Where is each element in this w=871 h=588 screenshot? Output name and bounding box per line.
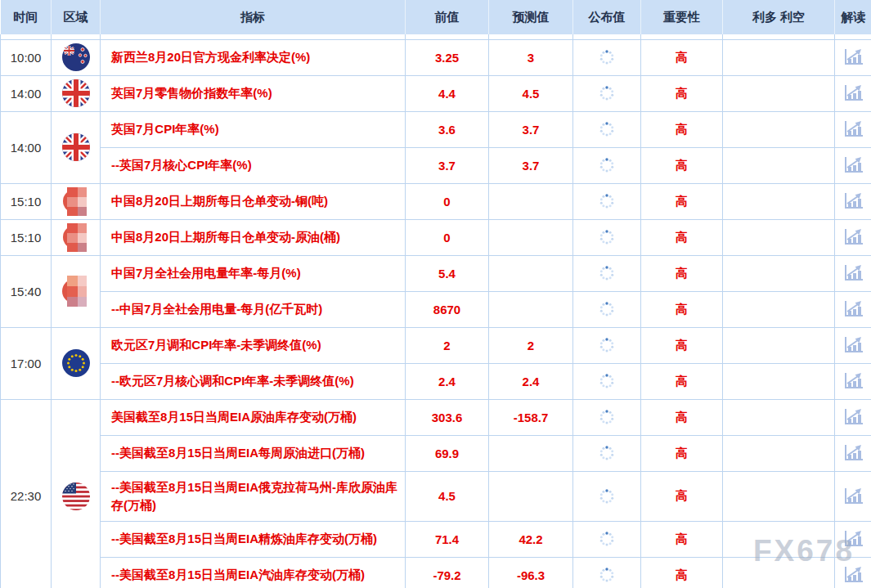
loading-spinner-icon	[599, 157, 615, 173]
previous-value-cell: 3.25	[406, 39, 489, 75]
previous-value-cell: 0	[406, 219, 489, 255]
published-value-cell	[573, 363, 641, 399]
importance-cell: 高	[641, 291, 723, 327]
col-header-indicator: 指标	[101, 0, 406, 34]
interpretation-cell[interactable]	[835, 291, 871, 327]
previous-value-cell: 303.6	[406, 399, 489, 435]
interpretation-cell[interactable]	[835, 435, 871, 471]
calendar-row: 15:40 中国7月全社会用电量年率-每月(%)5.4 高	[1, 255, 871, 291]
bar-chart-arrow-icon	[842, 84, 864, 102]
bar-chart-arrow-icon	[842, 444, 864, 462]
interpretation-cell[interactable]	[835, 111, 871, 147]
sentiment-cell	[723, 75, 835, 111]
indicator-cell[interactable]: 英国7月零售物价指数年率(%)	[101, 75, 406, 111]
loading-spinner-icon	[599, 337, 615, 353]
indicator-cell[interactable]: 美国截至8月15日当周EIA原油库存变动(万桶)	[101, 399, 406, 435]
flag-cell	[52, 399, 101, 588]
indicator-cell[interactable]: --美国截至8月15日当周EIA每周原油进口(万桶)	[101, 435, 406, 471]
censored-china-flag-icon	[62, 186, 90, 217]
loading-spinner-icon	[599, 488, 615, 505]
col-header-region: 区域	[52, 0, 101, 34]
forecast-value-cell: 3.7	[489, 111, 573, 147]
importance-cell: 高	[641, 557, 723, 588]
economic-calendar-table: 时间 区域 指标 前值 预测值 公布值 重要性 利多 利空 解读 10:00	[0, 0, 871, 588]
forecast-value-cell	[489, 291, 573, 327]
previous-value-cell: 4.4	[406, 75, 489, 111]
published-value-cell	[573, 435, 641, 471]
calendar-row: --美国截至8月15日当周EIA俄克拉荷马州-库欣原油库存(万桶)4.5 高	[1, 471, 871, 521]
interpretation-cell[interactable]	[835, 39, 871, 75]
calendar-row: 15:10 中国8月20日上期所每日仓单变动-铜(吨)0 高	[1, 183, 871, 219]
interpretation-cell[interactable]	[835, 255, 871, 291]
previous-value-cell: 69.9	[406, 435, 489, 471]
interpretation-cell[interactable]	[835, 327, 871, 363]
loading-spinner-icon	[599, 445, 615, 461]
flag-cell	[52, 111, 101, 183]
indicator-cell[interactable]: 中国8月20日上期所每日仓单变动-原油(桶)	[101, 219, 406, 255]
indicator-cell[interactable]: 新西兰8月20日官方现金利率决定(%)	[101, 39, 406, 75]
indicator-cell[interactable]: --美国截至8月15日当周EIA汽油库存变动(万桶)	[101, 557, 406, 588]
loading-spinner-icon	[599, 301, 615, 317]
interpretation-cell[interactable]	[835, 557, 871, 588]
flag-cell	[52, 183, 101, 219]
calendar-row: --中国7月全社会用电量-每月(亿千瓦时)8670 高	[1, 291, 871, 327]
importance-cell: 高	[641, 219, 723, 255]
published-value-cell	[573, 291, 641, 327]
previous-value-cell: 8670	[406, 291, 489, 327]
importance-cell: 高	[641, 471, 723, 521]
previous-value-cell: 2.4	[406, 363, 489, 399]
interpretation-cell[interactable]	[835, 471, 871, 521]
interpretation-cell[interactable]	[835, 521, 871, 557]
previous-value-cell: 3.7	[406, 147, 489, 183]
sentiment-cell	[723, 327, 835, 363]
uk-flag-icon	[61, 79, 91, 108]
published-value-cell	[573, 255, 641, 291]
importance-cell: 高	[641, 363, 723, 399]
calendar-body: 10:00 新西兰8月20日官方现金利率决定(%)3.253 高 14:00	[1, 39, 871, 588]
indicator-cell[interactable]: 欧元区7月调和CPI年率-未季调终值(%)	[101, 327, 406, 363]
forecast-value-cell	[489, 471, 573, 521]
sentiment-cell	[723, 521, 835, 557]
previous-value-cell: -79.2	[406, 557, 489, 588]
eu-flag-icon	[61, 348, 91, 378]
indicator-cell[interactable]: --美国截至8月15日当周EIA精炼油库存变动(万桶)	[101, 521, 406, 557]
indicator-cell[interactable]: 中国8月20日上期所每日仓单变动-铜(吨)	[101, 183, 406, 219]
bar-chart-arrow-icon	[842, 192, 864, 210]
sentiment-cell	[723, 291, 835, 327]
indicator-cell[interactable]: --中国7月全社会用电量-每月(亿千瓦时)	[101, 291, 406, 327]
sentiment-cell	[723, 183, 835, 219]
sentiment-cell	[723, 111, 835, 147]
sentiment-cell	[723, 399, 835, 435]
interpretation-cell[interactable]	[835, 219, 871, 255]
flag-cell	[52, 75, 101, 111]
interpretation-cell[interactable]	[835, 75, 871, 111]
interpretation-cell[interactable]	[835, 399, 871, 435]
col-header-sentiment: 利多 利空	[723, 0, 835, 34]
time-cell: 10:00	[1, 39, 52, 75]
sentiment-cell	[723, 147, 835, 183]
calendar-row: 15:10 中国8月20日上期所每日仓单变动-原油(桶)0 高	[1, 219, 871, 255]
interpretation-cell[interactable]	[835, 147, 871, 183]
bar-chart-arrow-icon	[842, 264, 864, 282]
published-value-cell	[573, 75, 641, 111]
bar-chart-arrow-icon	[842, 228, 864, 246]
indicator-cell[interactable]: --美国截至8月15日当周EIA俄克拉荷马州-库欣原油库存(万桶)	[101, 471, 406, 521]
col-header-forecast: 预测值	[489, 0, 573, 34]
calendar-row: --美国截至8月15日当周EIA每周原油进口(万桶)69.9 高	[1, 435, 871, 471]
interpretation-cell[interactable]	[835, 363, 871, 399]
indicator-cell[interactable]: 英国7月CPI年率(%)	[101, 111, 406, 147]
flag-cell	[52, 39, 101, 75]
bar-chart-arrow-icon	[842, 487, 864, 505]
uk-flag-icon	[61, 132, 91, 162]
calendar-row: 10:00 新西兰8月20日官方现金利率决定(%)3.253 高	[1, 39, 871, 75]
time-cell: 14:00	[1, 75, 52, 111]
time-cell: 15:10	[1, 183, 52, 219]
indicator-cell[interactable]: --欧元区7月核心调和CPI年率-未季调终值(%)	[101, 363, 406, 399]
published-value-cell	[573, 521, 641, 557]
interpretation-cell[interactable]	[835, 183, 871, 219]
col-header-interpretation: 解读	[835, 0, 871, 34]
indicator-cell[interactable]: 中国7月全社会用电量年率-每月(%)	[101, 255, 406, 291]
loading-spinner-icon	[599, 409, 615, 425]
indicator-cell[interactable]: --英国7月核心CPI年率(%)	[101, 147, 406, 183]
importance-cell: 高	[641, 327, 723, 363]
